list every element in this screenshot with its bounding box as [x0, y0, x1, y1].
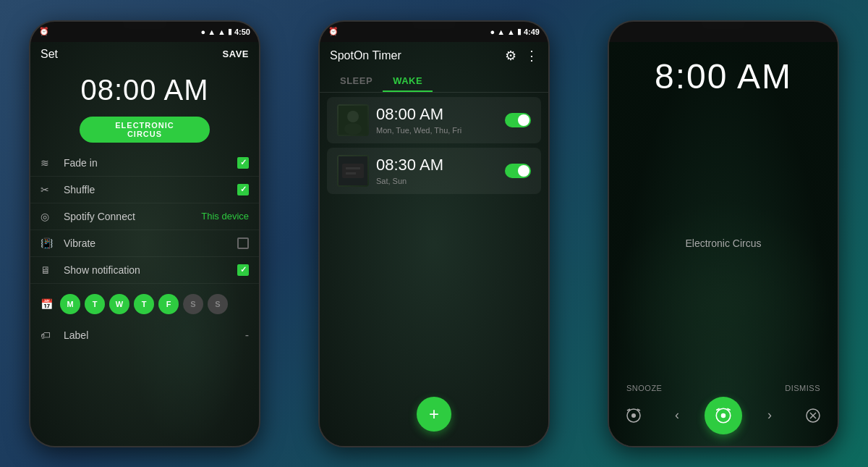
status-time-2: 4:49 [524, 28, 540, 36]
song-pill-1[interactable]: ELECTRONIC CIRCUS [80, 117, 210, 143]
day-saturday[interactable]: S [183, 294, 203, 314]
status-left-1: ⏰ [39, 27, 49, 36]
notification-label: Show notification [64, 264, 237, 276]
battery-icon-1: ▮ [228, 27, 232, 36]
tab-wake[interactable]: WAKE [383, 70, 433, 92]
alarm-main-btn[interactable] [705, 397, 742, 434]
status-right-2: ● ▲ ▲ ▮ 4:49 [490, 27, 540, 36]
fab-add[interactable]: + [417, 397, 451, 432]
status-bar-2: ⏰ ● ▲ ▲ ▮ 4:49 [320, 22, 548, 42]
fade-in-icon: ≋ [41, 157, 56, 169]
label-row-1[interactable]: 🏷 Label - [30, 321, 259, 349]
dismiss-label: DISMISS [785, 384, 820, 392]
alarm-toggle-2[interactable] [505, 164, 531, 178]
settings-row-spotify[interactable]: ◎ Spotify Connect This device [30, 203, 259, 230]
alarm-thumb-2 [337, 155, 369, 187]
phone3-bottom: SNOOZE DISMISS ‹ [609, 384, 838, 446]
alarm-icon-1: ⏰ [39, 27, 49, 36]
alarm-thumb-1 [337, 104, 369, 136]
phone3-top: 8:00 AM [609, 42, 838, 104]
alarm-time-card-2: 08:30 AM [376, 156, 505, 174]
day-monday[interactable]: M [60, 294, 80, 314]
svg-rect-5 [346, 167, 360, 169]
notification-checkbox[interactable] [237, 264, 249, 276]
calendar-icon: 📅 [41, 298, 53, 310]
settings-row-notification[interactable]: 🖥 Show notification [30, 257, 259, 284]
svg-point-1 [347, 111, 359, 122]
settings-icon[interactable]: ⚙ [505, 48, 516, 64]
label-dash: - [245, 329, 249, 342]
status-bar-1: ⏰ ● ▲ ▲ ▮ 4:50 [30, 22, 259, 42]
snooze-dismiss-row: SNOOZE DISMISS [609, 384, 838, 397]
day-friday[interactable]: F [158, 294, 179, 314]
status-time-1: 4:50 [234, 28, 250, 36]
signal-dots: ● [201, 28, 206, 36]
phone-3: 8:00 AM Electronic Circus SNOOZE DISMISS [608, 20, 839, 447]
svg-point-8 [631, 413, 636, 418]
notification-icon: 🖥 [41, 264, 56, 276]
label-icon: 🏷 [41, 329, 56, 341]
screen-1: Set SAVE 08:00 AM ELECTRONIC CIRCUS ≋ Fa… [30, 42, 259, 446]
tabs-bar-2: SLEEP WAKE [320, 70, 548, 93]
label-text: Label [64, 329, 245, 341]
song-label-3: Electronic Circus [685, 237, 761, 249]
settings-row-shuffle[interactable]: ✂ Shuffle [30, 177, 259, 203]
alarm-card-1[interactable]: 08:00 AM Mon, Tue, Wed, Thu, Fri [327, 97, 541, 143]
fade-in-checkbox[interactable] [237, 157, 249, 169]
wifi-icon-1: ▲ [208, 28, 216, 36]
phone-1: ⏰ ● ▲ ▲ ▮ 4:50 Set SAVE 08:00 AM ELECTRO… [29, 20, 260, 447]
settings-row-fade-in[interactable]: ≋ Fade in [30, 150, 259, 177]
vibrate-icon: 📳 [41, 237, 56, 249]
more-icon[interactable]: ⋮ [525, 48, 538, 64]
shuffle-checkbox[interactable] [237, 184, 249, 195]
status-right-1: ● ▲ ▲ ▮ 4:50 [201, 27, 250, 36]
tab-sleep[interactable]: SLEEP [330, 70, 383, 92]
app-header-2: SpotOn Timer ⚙ ⋮ [320, 42, 548, 70]
screen-2: SpotOn Timer ⚙ ⋮ SLEEP WAKE [320, 42, 548, 446]
alarm-time-display-3: 8:00 AM [619, 56, 827, 96]
save-button[interactable]: SAVE [223, 49, 249, 59]
snooze-label: SNOOZE [626, 384, 662, 392]
svg-rect-6 [346, 172, 356, 174]
day-tuesday[interactable]: T [85, 294, 105, 314]
day-wednesday[interactable]: W [109, 294, 129, 314]
app-title-1: Set [41, 48, 58, 61]
alarm-days-card-2: Sat, Sun [376, 177, 505, 185]
dismiss-btn[interactable] [797, 400, 829, 432]
alarm-toggle-1[interactable] [505, 113, 531, 127]
alarm-info-2: 08:30 AM Sat, Sun [376, 156, 505, 185]
alarm-snooze-btn[interactable] [618, 400, 650, 432]
status-left-2: ⏰ [328, 27, 339, 36]
alarm-time-display-1[interactable]: 08:00 AM [30, 67, 259, 112]
spotify-icon: ◎ [41, 211, 56, 222]
svg-rect-4 [342, 164, 364, 178]
vibrate-label: Vibrate [64, 237, 237, 249]
alarm-controls: ‹ › [609, 397, 838, 434]
alarm-days-card-1: Mon, Tue, Wed, Thu, Fri [376, 126, 505, 135]
shuffle-icon: ✂ [41, 184, 56, 195]
vibrate-checkbox[interactable] [237, 237, 249, 249]
thumb-art-1 [337, 104, 369, 136]
svg-point-12 [721, 413, 726, 418]
settings-row-vibrate[interactable]: 📳 Vibrate [30, 230, 259, 257]
phone3-middle: Electronic Circus [685, 104, 761, 384]
battery-icon-2: ▮ [517, 27, 522, 36]
screen-3: 8:00 AM Electronic Circus SNOOZE DISMISS [609, 42, 838, 446]
app-header-1: Set SAVE [30, 42, 259, 67]
app-title-2: SpotOn Timer [330, 49, 401, 62]
day-sunday[interactable]: S [208, 294, 228, 314]
next-btn[interactable]: › [754, 400, 786, 432]
alarm-icon-2: ⏰ [328, 27, 339, 36]
signal-bars-1: ▲ [218, 28, 226, 36]
header-icons-2: ⚙ ⋮ [505, 48, 538, 64]
days-row-1: 📅 M T W T F S S [30, 287, 259, 321]
alarm-card-2[interactable]: 08:30 AM Sat, Sun [327, 148, 541, 194]
shuffle-label: Shuffle [64, 184, 237, 195]
alarm-time-1: 08:00 AM [30, 74, 259, 106]
prev-btn[interactable]: ‹ [661, 400, 693, 432]
signal-bars-2: ▲ [507, 28, 515, 36]
alarm-info-1: 08:00 AM Mon, Tue, Wed, Thu, Fri [376, 105, 505, 134]
day-thursday[interactable]: T [134, 294, 154, 314]
fade-in-label: Fade in [64, 157, 237, 169]
svg-point-2 [344, 123, 362, 135]
